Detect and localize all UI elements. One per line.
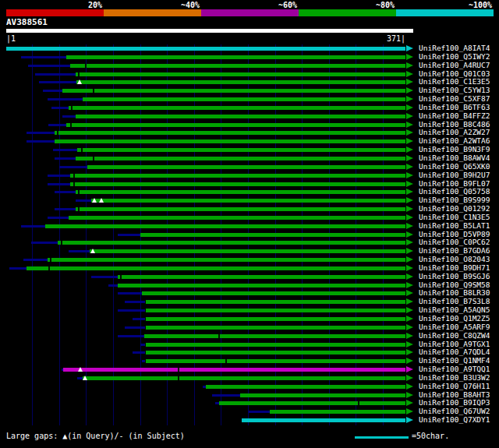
alignment-bar[interactable] xyxy=(66,123,405,127)
subject-extent-line xyxy=(48,217,69,219)
strand-arrow-icon xyxy=(406,417,413,423)
alignment-bar[interactable] xyxy=(146,351,405,355)
alignment-bar[interactable] xyxy=(55,131,405,135)
alignment-bar[interactable] xyxy=(66,55,405,59)
alignment-bar[interactable] xyxy=(6,47,405,51)
subject-extent-line xyxy=(27,140,55,143)
alignment-bar[interactable] xyxy=(45,224,405,228)
strand-arrow-icon xyxy=(406,113,413,119)
alignment-bar[interactable] xyxy=(91,199,405,203)
alignment-bar[interactable] xyxy=(76,207,405,211)
alignment-bar[interactable] xyxy=(146,300,405,304)
alignment-bar[interactable] xyxy=(146,326,405,330)
mismatch-tick xyxy=(73,174,75,178)
alignment-bar[interactable] xyxy=(146,343,405,347)
strand-arrow-icon xyxy=(406,214,413,220)
subject-extent-line xyxy=(55,191,75,193)
subject-extent-line xyxy=(118,292,143,295)
legend-scale-text: =50char. xyxy=(412,432,449,440)
alignment-bar[interactable] xyxy=(76,115,405,118)
subject-extent-line xyxy=(118,335,145,337)
query-bar xyxy=(6,29,413,33)
key-swatch xyxy=(104,9,201,16)
subject-extent-line xyxy=(23,259,47,261)
subject-extent-line xyxy=(62,115,76,118)
subject-extent-line xyxy=(27,132,55,134)
alignment-bar[interactable] xyxy=(70,174,405,178)
ruler-end-label: 371| xyxy=(343,34,405,43)
alignment-bar[interactable] xyxy=(27,266,405,270)
subject-extent-line xyxy=(133,351,146,354)
blast-graphic-overview: 20%~40%~60%~80%~100% AV388561 |1 371| Un… xyxy=(0,0,499,448)
alignment-bar[interactable] xyxy=(76,190,405,194)
mismatch-tick xyxy=(50,258,51,262)
alignment-bar[interactable] xyxy=(118,275,405,279)
alignment-bar[interactable] xyxy=(63,368,405,372)
subject-extent-line xyxy=(118,309,146,312)
alignment-bar[interactable] xyxy=(270,410,405,414)
strand-arrow-icon xyxy=(406,146,413,153)
strand-arrow-icon xyxy=(406,45,413,51)
alignment-bar[interactable] xyxy=(69,106,405,110)
strand-arrow-icon xyxy=(406,392,413,398)
mismatch-tick xyxy=(81,148,83,152)
strand-arrow-icon xyxy=(406,248,413,254)
alignment-bar[interactable] xyxy=(144,334,405,338)
subject-extent-line xyxy=(76,199,92,202)
legend-scale-line-icon xyxy=(355,436,409,439)
alignment-bar[interactable] xyxy=(83,97,405,101)
alignment-bar[interactable] xyxy=(118,284,405,287)
gap-triangle-icon xyxy=(99,198,104,203)
alignment-bar[interactable] xyxy=(87,165,405,169)
alignment-bar[interactable] xyxy=(70,182,405,186)
subject-extent-line xyxy=(21,225,44,228)
alignment-bar[interactable] xyxy=(146,317,405,321)
alignment-bar[interactable] xyxy=(206,385,405,389)
strand-arrow-icon xyxy=(406,129,413,136)
subject-extent-line xyxy=(43,90,62,92)
alignment-bar[interactable] xyxy=(140,233,405,237)
mismatch-tick xyxy=(93,89,94,93)
subject-extent-line xyxy=(133,318,146,320)
key-bar xyxy=(6,9,494,16)
strand-arrow-icon xyxy=(406,172,413,178)
alignment-bar[interactable] xyxy=(83,376,405,380)
alignment-bar[interactable] xyxy=(76,72,405,76)
alignment-bar[interactable] xyxy=(48,258,405,262)
alignment-label: UniRef100_Q76H11 xyxy=(419,383,490,391)
mismatch-tick xyxy=(71,106,73,110)
key-label: ~100% xyxy=(396,1,494,9)
strand-arrow-icon xyxy=(406,408,413,414)
alignment-bar[interactable] xyxy=(76,157,405,161)
alignment-bar[interactable] xyxy=(146,309,405,312)
alignment-bar[interactable] xyxy=(90,249,405,253)
key-swatch xyxy=(299,9,396,16)
strand-arrow-icon xyxy=(406,282,413,288)
alignment-bar[interactable] xyxy=(76,80,405,84)
alignment-bar[interactable] xyxy=(146,359,405,363)
mismatch-tick xyxy=(78,190,80,194)
alignment-bar[interactable] xyxy=(219,401,405,405)
strand-arrow-icon xyxy=(406,333,413,339)
alignment-bar[interactable] xyxy=(62,89,405,93)
alignment-bar[interactable] xyxy=(58,241,405,245)
subject-extent-line xyxy=(125,301,145,303)
mismatch-tick xyxy=(57,131,58,135)
subject-extent-line xyxy=(21,56,66,58)
alignment-label: UniRef100_Q7XDY1 xyxy=(419,416,490,425)
subject-extent-line xyxy=(48,124,67,126)
strand-arrow-icon xyxy=(406,189,413,195)
alignment-bar[interactable] xyxy=(70,64,405,68)
subject-extent-line xyxy=(53,149,78,151)
legend-gaps-text: Large gaps: ▲(in Query)/- (in Subject) xyxy=(6,432,185,440)
alignment-bar[interactable] xyxy=(69,216,405,220)
alignment-bar[interactable] xyxy=(55,139,405,143)
alignment-bar[interactable] xyxy=(142,291,405,295)
subject-extent-line xyxy=(212,394,240,397)
subject-extent-line xyxy=(9,267,27,270)
key-swatch xyxy=(6,9,104,16)
alignment-bar[interactable] xyxy=(240,393,405,397)
alignment-bar[interactable] xyxy=(242,418,405,422)
gap-triangle-icon xyxy=(83,376,87,380)
alignment-bar[interactable] xyxy=(77,148,405,152)
